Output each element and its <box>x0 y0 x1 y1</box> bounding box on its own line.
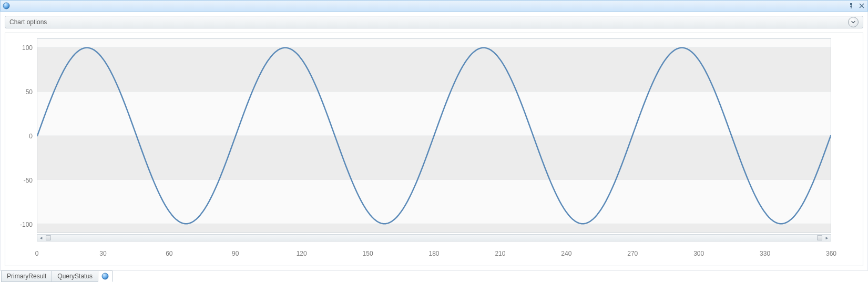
x-tick-label: 240 <box>561 250 571 257</box>
tab-query-status[interactable]: QueryStatus <box>52 270 98 282</box>
x-tick-label: 300 <box>693 250 704 257</box>
plot-area[interactable] <box>37 38 831 233</box>
x-tick-label: 90 <box>232 250 239 257</box>
scroll-left-icon[interactable]: ◄ <box>37 235 45 241</box>
tab-query-status-label: QueryStatus <box>57 273 93 280</box>
x-tick-label: 180 <box>428 250 439 257</box>
x-tick-label: 210 <box>495 250 505 257</box>
x-tick-label: 330 <box>760 250 770 257</box>
tool-window: Chart options -100-50050100 <box>0 0 868 282</box>
titlebar[interactable] <box>0 0 868 12</box>
chart-frame: -100-50050100 ◄ ► <box>5 33 863 266</box>
globe-icon <box>3 2 10 9</box>
tab-primary-result-label: PrimaryResult <box>7 273 46 280</box>
result-tabstrip: PrimaryResult QueryStatus <box>0 270 868 282</box>
svg-rect-1 <box>850 3 852 5</box>
tab-chart[interactable] <box>98 270 113 282</box>
svg-point-13 <box>102 273 108 279</box>
tab-primary-result[interactable]: PrimaryResult <box>1 270 52 282</box>
x-tick-label: 60 <box>166 250 172 257</box>
close-icon[interactable] <box>858 2 865 9</box>
expand-options-button[interactable] <box>848 17 859 27</box>
x-axis-labels: 0306090120150180210240270300330360 <box>37 248 831 261</box>
x-tick-label: 270 <box>627 250 638 257</box>
scroll-thumb-left[interactable] <box>46 235 51 240</box>
x-tick-label: 0 <box>35 250 39 257</box>
x-tick-label: 30 <box>99 250 106 257</box>
x-tick-label: 120 <box>297 250 307 257</box>
scroll-right-icon[interactable]: ► <box>823 235 831 241</box>
scroll-track[interactable] <box>45 235 823 241</box>
pin-icon[interactable] <box>847 2 855 9</box>
globe-icon <box>101 273 109 280</box>
chart-options-header[interactable]: Chart options <box>5 16 863 28</box>
chart-inner: ◄ ► 0306090120150180210240270300330360 <box>5 33 863 266</box>
svg-point-0 <box>3 3 9 9</box>
x-tick-label: 360 <box>826 250 836 257</box>
chart-options-label: Chart options <box>9 18 47 26</box>
scroll-thumb-right[interactable] <box>817 235 822 240</box>
x-tick-label: 150 <box>363 250 373 257</box>
range-scroller[interactable]: ◄ ► <box>37 234 831 241</box>
panel-body: Chart options -100-50050100 <box>0 12 868 270</box>
